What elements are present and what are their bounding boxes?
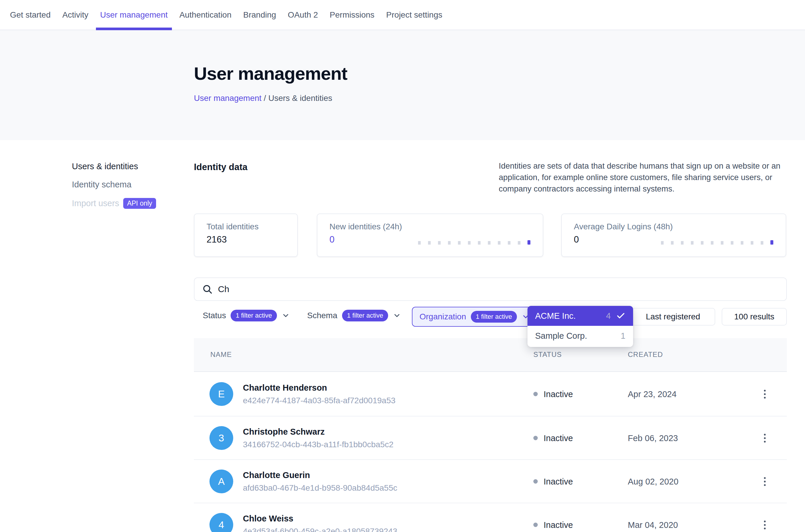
chevron-down-icon: [393, 311, 401, 320]
identity-name: Charlotte Henderson: [243, 383, 327, 393]
avatar: 4: [209, 513, 233, 532]
search-bar[interactable]: [194, 278, 787, 301]
section-description: Identities are sets of data that describ…: [499, 160, 784, 194]
results-count-button[interactable]: 100 results: [722, 308, 787, 325]
dropdown-item-count: 1: [621, 331, 625, 341]
filter-active-badge: 1 filter active: [342, 310, 389, 321]
column-header-status: STATUS: [533, 350, 562, 359]
search-input[interactable]: [218, 284, 779, 294]
sidebar-item-label: Import users: [72, 198, 119, 208]
breadcrumb-separator: /: [261, 94, 268, 103]
schema-filter[interactable]: Schema 1 filter active: [307, 310, 401, 321]
tab-activity[interactable]: Activity: [62, 0, 89, 30]
identity-name: Charlotte Guerin: [243, 470, 310, 480]
sidebar: Users & identities Identity schema Impor…: [72, 162, 156, 209]
dropdown-item-sample-corp[interactable]: Sample Corp. 1: [527, 326, 633, 346]
avatar: 3: [209, 426, 233, 450]
api-only-badge: API only: [123, 198, 156, 209]
stat-label: New identities (24h): [330, 222, 543, 231]
identity-id: e424e774-4187-4a03-85fa-af72d0019a53: [243, 396, 395, 405]
created-date: Feb 06, 2023: [628, 434, 678, 443]
identity-id: 34166752-04cb-443b-a11f-fb1bb0cba5c2: [243, 440, 393, 449]
breadcrumb-link[interactable]: User management: [194, 94, 261, 103]
row-actions-kebab-icon[interactable]: [758, 431, 772, 445]
check-icon: [616, 311, 625, 321]
identity-table: E Charlotte Henderson e424e774-4187-4a03…: [194, 373, 787, 532]
row-actions-kebab-icon[interactable]: [758, 475, 772, 489]
tab-project-settings[interactable]: Project settings: [386, 0, 442, 30]
stat-card-total-identities: Total identities 2163: [194, 213, 298, 257]
table-row[interactable]: E Charlotte Henderson e424e774-4187-4a03…: [194, 373, 787, 416]
breadcrumb: User management / Users & identities: [194, 94, 332, 103]
top-nav: Get started Activity User management Aut…: [0, 0, 805, 30]
tab-get-started[interactable]: Get started: [10, 0, 51, 30]
search-icon: [202, 284, 213, 294]
dropdown-item-label: Sample Corp.: [535, 331, 616, 341]
filter-active-badge: 1 filter active: [230, 310, 277, 321]
filter-label: Status: [203, 311, 226, 320]
tab-oauth2[interactable]: OAuth 2: [288, 0, 318, 30]
sidebar-item-label: Identity schema: [72, 180, 131, 189]
stat-label: Average Daily Logins (48h): [574, 222, 786, 231]
sidebar-item-users-identities[interactable]: Users & identities: [72, 162, 156, 171]
tab-authentication[interactable]: Authentication: [180, 0, 231, 30]
sidebar-item-identity-schema[interactable]: Identity schema: [72, 180, 156, 189]
tab-branding[interactable]: Branding: [243, 0, 276, 30]
identity-name: Chloe Weiss: [243, 514, 293, 524]
avatar: E: [209, 382, 233, 406]
table-header: NAME STATUS CREATED: [194, 338, 787, 372]
dropdown-item-acme[interactable]: ACME Inc. 4: [527, 306, 633, 326]
status-label: Inactive: [544, 477, 573, 487]
stat-value: 2163: [207, 234, 297, 245]
sparkline-chart: [661, 241, 773, 245]
status-dot-icon: [533, 436, 538, 440]
sidebar-item-import-users: Import users API only: [72, 198, 156, 209]
column-header-name: NAME: [210, 350, 232, 359]
breadcrumb-current: Users & identities: [268, 94, 332, 103]
page-title: User management: [194, 63, 347, 84]
avatar: A: [209, 470, 233, 493]
stat-card-new-identities: New identities (24h) 0: [317, 213, 543, 257]
tab-permissions[interactable]: Permissions: [330, 0, 374, 30]
identity-name: Christophe Schwarz: [243, 427, 325, 437]
status-dot-icon: [533, 479, 538, 483]
dropdown-item-label: ACME Inc.: [535, 311, 601, 321]
page-header: User management User management / Users …: [0, 30, 805, 140]
chevron-down-icon: [282, 311, 290, 320]
sparkline-chart: [418, 241, 530, 245]
status-dot-icon: [533, 392, 538, 396]
section-title: Identity data: [194, 162, 248, 172]
row-actions-kebab-icon[interactable]: [758, 387, 772, 401]
filter-active-badge: 1 filter active: [471, 311, 517, 323]
table-row[interactable]: 3 Christophe Schwarz 34166752-04cb-443b-…: [194, 416, 787, 459]
table-row[interactable]: 4 Chloe Weiss 4e3d53af-6b00-459c-a2e0-a1…: [194, 503, 787, 532]
status-dot-icon: [533, 522, 538, 527]
column-header-created: CREATED: [628, 350, 663, 359]
organization-filter[interactable]: Organization 1 filter active: [412, 307, 538, 327]
stat-label: Total identities: [207, 222, 297, 231]
sidebar-item-label: Users & identities: [72, 162, 138, 171]
status-label: Inactive: [544, 520, 573, 530]
status-filter[interactable]: Status 1 filter active: [203, 310, 290, 321]
identity-id: 4e3d53af-6b00-459c-a2e0-a18058739243: [243, 527, 397, 532]
created-date: Apr 23, 2024: [628, 390, 676, 399]
identity-id: afd63ba0-467b-4e1d-b958-90ab84d5a55c: [243, 483, 397, 493]
created-date: Mar 04, 2020: [628, 520, 678, 530]
status-label: Inactive: [544, 434, 573, 443]
filter-label: Schema: [307, 311, 337, 320]
organization-dropdown: ACME Inc. 4 Sample Corp. 1: [527, 306, 633, 347]
sort-button[interactable]: Last registered: [631, 308, 715, 325]
stat-card-average-daily-logins: Average Daily Logins (48h) 0: [561, 213, 786, 257]
tab-user-management[interactable]: User management: [100, 0, 168, 30]
row-actions-kebab-icon[interactable]: [758, 518, 772, 532]
dropdown-item-count: 4: [606, 311, 611, 321]
table-row[interactable]: A Charlotte Guerin afd63ba0-467b-4e1d-b9…: [194, 459, 787, 503]
status-label: Inactive: [544, 390, 573, 399]
filter-label: Organization: [419, 312, 466, 321]
created-date: Aug 02, 2020: [628, 477, 678, 487]
